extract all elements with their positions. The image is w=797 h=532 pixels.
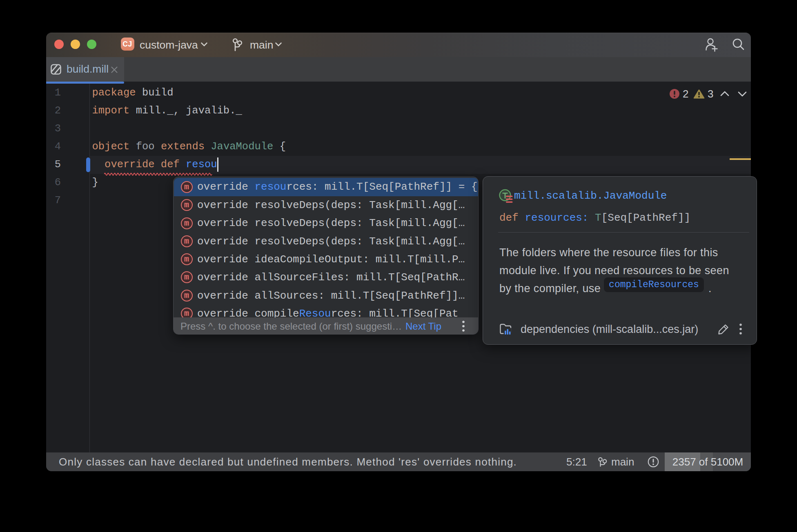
- svg-text:2: 2: [683, 89, 688, 99]
- svg-text:3: 3: [708, 89, 713, 99]
